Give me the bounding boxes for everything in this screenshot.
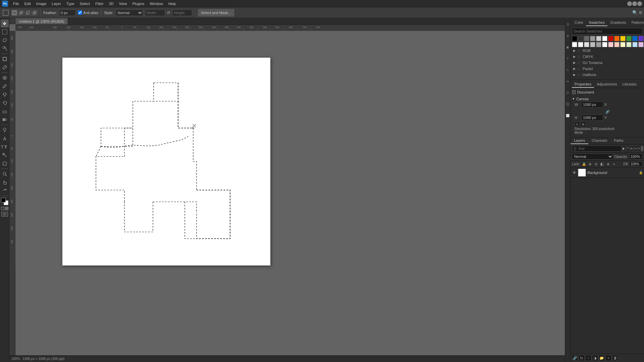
layers-filter-3[interactable]: ⊕ <box>630 146 633 151</box>
layers-filter-toggle[interactable]: ○ <box>641 146 643 151</box>
canvas-width-input[interactable] <box>581 102 603 108</box>
swatch-9e[interactable] <box>596 42 601 47</box>
lock-artboard-btn[interactable]: ◧ <box>599 161 605 167</box>
panel-icon-9[interactable]: ⬜ <box>566 111 570 121</box>
canvas-height-input[interactable] <box>581 115 603 121</box>
resize-icon-btn[interactable]: ⊞ <box>581 122 586 127</box>
hand-tool[interactable] <box>1 178 9 186</box>
close-button[interactable] <box>637 1 642 6</box>
lock-all-btn[interactable]: ⊗ <box>605 161 611 167</box>
swatch-black[interactable] <box>572 36 577 41</box>
lock-more-btn[interactable]: ≡ <box>611 161 617 167</box>
tab-color[interactable]: Color <box>572 19 586 26</box>
layers-mask-btn[interactable]: ○ <box>585 355 591 361</box>
layers-filter-1[interactable]: ◧ <box>622 146 626 151</box>
document-tab[interactable]: Untitled-1 @ 100% (RGB/8) <box>15 18 68 24</box>
standard-mode-btn[interactable] <box>1 207 4 210</box>
swatch-bd[interactable] <box>590 42 595 47</box>
swatch-red[interactable] <box>608 36 613 41</box>
menu-window[interactable]: Window <box>148 1 165 6</box>
swatch-orange[interactable] <box>614 36 620 41</box>
move-tool[interactable]: ✥ <box>1 19 9 27</box>
menu-image[interactable]: Image <box>34 1 49 6</box>
brush-tool[interactable] <box>1 82 9 90</box>
pen-tool[interactable] <box>1 134 9 142</box>
swatch-e0[interactable] <box>584 42 589 47</box>
magic-wand-tool[interactable] <box>1 45 9 53</box>
swatches-search[interactable] <box>572 28 643 35</box>
menu-layer[interactable]: Layer <box>49 1 63 6</box>
layers-fx-btn[interactable]: fx <box>579 355 585 361</box>
path-select-tool[interactable] <box>1 151 9 159</box>
tab-properties[interactable]: Properties <box>572 81 594 88</box>
zoom-tool[interactable] <box>1 170 9 178</box>
lock-pixels-btn[interactable]: 🔒 <box>581 161 587 167</box>
swatch-yellow[interactable] <box>620 36 626 41</box>
swatch-lt-blue[interactable] <box>632 42 638 47</box>
tab-libraries[interactable]: Libraries <box>620 81 639 88</box>
add-selection-btn[interactable] <box>18 10 24 16</box>
swatch-lavender[interactable] <box>638 42 644 47</box>
swatch-purple[interactable] <box>638 36 644 41</box>
lasso-tool[interactable] <box>1 36 9 44</box>
swatch-lt-green[interactable] <box>626 42 632 47</box>
swap-icon[interactable]: ⇄ <box>167 10 170 15</box>
opacity-input[interactable] <box>629 154 643 160</box>
quick-mask-btn[interactable] <box>5 207 8 210</box>
tab-paths[interactable]: Paths <box>611 137 627 144</box>
layers-search-input[interactable] <box>572 145 622 152</box>
foreground-color-swatch[interactable] <box>1 198 6 202</box>
swatch-pink[interactable] <box>608 42 613 47</box>
color-group-rgb-header[interactable]: ▶ RGB <box>572 48 643 53</box>
tab-gradients[interactable]: Gradients <box>607 19 629 26</box>
eyedropper-tool[interactable] <box>1 63 9 71</box>
swatch-lighter-gray[interactable] <box>596 36 601 41</box>
panel-icon-4[interactable]: T <box>566 54 570 64</box>
heal-tool[interactable] <box>1 74 9 82</box>
panel-icon-1[interactable]: ☰ <box>566 19 570 29</box>
layers-link-btn[interactable]: 🔗 <box>572 355 578 361</box>
swatch-w2[interactable] <box>572 42 577 47</box>
lock-position-btn[interactable]: ⊖ <box>593 161 599 167</box>
layers-group-btn[interactable]: 📁 <box>599 355 605 361</box>
layer-visibility-eye[interactable]: 👁 <box>572 170 577 175</box>
menu-view[interactable]: View <box>117 1 129 6</box>
menu-file[interactable]: File <box>11 1 21 6</box>
menu-plugins[interactable]: Plugins <box>130 1 147 6</box>
gradient-tool[interactable] <box>1 116 9 124</box>
clone-tool[interactable] <box>1 90 9 99</box>
canvas-section-header[interactable]: ▼ Canvas <box>572 96 643 102</box>
swatch-white[interactable] <box>602 36 607 41</box>
search-icon[interactable]: 🔍 <box>632 10 638 15</box>
color-group-pastel-header[interactable]: ▶ Pastel <box>572 66 643 71</box>
crop-tool[interactable] <box>1 55 9 63</box>
tab-swatches[interactable]: Swatches <box>586 19 607 26</box>
selection-tool[interactable] <box>1 28 9 36</box>
color-group-halftone-header[interactable]: ▶ Halftone <box>572 72 643 77</box>
new-selection-btn[interactable] <box>11 10 17 16</box>
tab-patterns[interactable]: Patterns <box>629 19 644 26</box>
menu-select[interactable]: Select <box>77 1 93 6</box>
history-tool[interactable] <box>1 99 9 107</box>
rotate-view-tool[interactable] <box>1 187 9 195</box>
menu-help[interactable]: Help <box>166 1 178 6</box>
minimize-button[interactable] <box>627 1 632 6</box>
swatch-peach[interactable] <box>614 42 620 47</box>
menu-edit[interactable]: Edit <box>22 1 33 6</box>
fill-input[interactable] <box>629 161 643 167</box>
swatch-dk-gray[interactable] <box>578 36 583 41</box>
layers-new-btn[interactable]: + <box>605 355 611 361</box>
swatch-cream[interactable] <box>620 42 626 47</box>
subtract-selection-btn[interactable] <box>25 10 31 16</box>
menu-filter[interactable]: Filter <box>93 1 106 6</box>
swatch-blue[interactable] <box>632 36 638 41</box>
blend-mode-select[interactable]: Normal <box>572 154 613 160</box>
panel-icon-3[interactable]: ▣ <box>566 42 570 52</box>
color-group-cmyk-header[interactable]: ▶ CMYK <box>572 54 643 59</box>
panel-icon-5[interactable]: A <box>566 65 570 75</box>
text-tool[interactable]: T T <box>1 143 9 151</box>
feather-input[interactable] <box>59 9 76 16</box>
menu-type[interactable]: Type <box>64 1 77 6</box>
canvas-viewport[interactable]: .marching-ants { fill: none; stroke: #00… <box>15 31 565 362</box>
eraser-tool[interactable] <box>1 107 9 115</box>
